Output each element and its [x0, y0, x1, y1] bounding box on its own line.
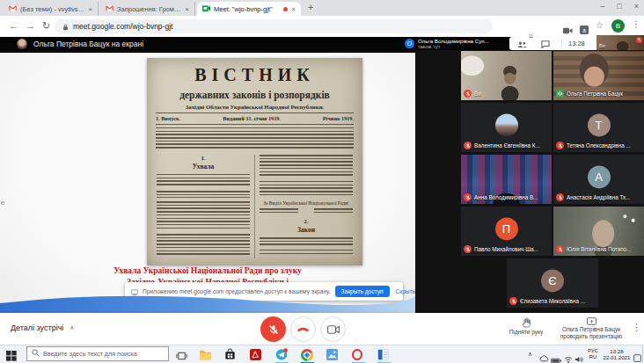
taskbar-search-input[interactable]: Введите здесь текст для поиска [26, 346, 169, 361]
presenter-name: Ольга Петрівна Бацук [562, 326, 620, 332]
mic-toggle-button[interactable] [260, 316, 286, 342]
back-button[interactable]: ← [9, 20, 18, 32]
bookmark-star-icon[interactable]: ☆ [596, 20, 604, 30]
document-caption-line1: Ухвала Української Національної Ради про… [67, 266, 348, 275]
participant-tile-anastasiia[interactable]: А Анастасія Андріївна Тх... [553, 155, 644, 204]
participant-tile-tetiana[interactable]: Т Тетяна Олександрівна ... [553, 103, 644, 152]
chevron-up-icon: ∧ [70, 324, 74, 331]
taskbar-clock[interactable]: 13:28 22.01.2021 [602, 348, 632, 360]
screen: (Без теми) - vvytivska.uk20@k... × Запро… [0, 0, 644, 363]
language-indicator[interactable]: РУС RU [584, 348, 602, 360]
tab-title: Meet: "wjo-bvnp-gjt" [214, 5, 280, 13]
tab-title: Запрошення: Громадянська ос... [117, 5, 181, 13]
network-icon[interactable] [564, 351, 573, 363]
leave-call-button[interactable] [290, 316, 316, 342]
document-text-block [260, 237, 353, 246]
reload-button[interactable]: ↻ [42, 20, 50, 32]
url-field[interactable]: meet.google.com/wjo-bvnp-gjt [55, 19, 493, 33]
hide-notice-link[interactable]: Скрыть [396, 288, 415, 294]
browser-tab-meet-active[interactable]: Meet: "wjo-bvnp-gjt" × [197, 2, 301, 16]
pill-divider [561, 40, 562, 47]
browser-tab-gmail-1[interactable]: (Без теми) - vvytivska.uk20@k... × [4, 2, 99, 16]
window-minimize-button[interactable]: – [600, 2, 604, 11]
task-view-button[interactable] [176, 349, 187, 363]
meet-top-pill: 11 13:28 [509, 37, 608, 50]
document-text-block [260, 181, 353, 197]
toast-name: Ольга Володимирівна Суп... [418, 38, 489, 44]
participant-tile-yelyzaveta[interactable]: Є Єлизавета Миколаївна ... [507, 258, 598, 308]
tab-capture-icon[interactable] [563, 22, 573, 38]
tray-expand-chevron[interactable]: ∧ [528, 351, 532, 358]
telegram-icon[interactable] [275, 348, 288, 363]
camera-icon [327, 325, 340, 334]
file-explorer-icon[interactable] [199, 348, 212, 363]
document-text-block [157, 191, 250, 198]
participant-name: Павло Михайлович Ша... [474, 246, 538, 252]
volume-icon[interactable] [574, 351, 583, 363]
presenting-label: проводить презентацію [560, 333, 622, 339]
participants-panel: Ви Ольга Петрівна Бацук Валентина Євгені… [415, 50, 644, 313]
onedrive-cloud-icon[interactable] [539, 350, 549, 363]
self-view-thumbnail[interactable]: Ви [596, 35, 644, 50]
toast-subtext: також тут [418, 44, 489, 49]
action-center-icon[interactable] [633, 350, 641, 363]
acrobat-icon[interactable] [250, 348, 261, 363]
mic-muted-icon [556, 193, 564, 201]
section-number: 2. [260, 218, 353, 224]
chrome-icon[interactable] [301, 349, 313, 361]
participant-letter-avatar: А [588, 165, 611, 188]
lang-line2: RU [589, 354, 596, 359]
search-icon [32, 349, 40, 359]
more-options-icon[interactable]: ⋮ [632, 322, 641, 333]
recording-dot-icon [283, 7, 288, 11]
forward-button[interactable]: → [26, 20, 35, 32]
participant-tile-anna[interactable]: Анна Володимирівна В... [461, 155, 552, 204]
document-meta-row: 1. Випуск. Виданий 31. січня 1919. Річни… [156, 115, 354, 121]
participants-count-badge: 11 [529, 33, 533, 39]
browser-tab-gmail-2[interactable]: Запрошення: Громадянська ос... × [100, 2, 195, 16]
meeting-details-button[interactable]: Деталі зустрічі ∧ [11, 323, 74, 332]
window-maximize-button[interactable]: □ [617, 2, 621, 11]
presenting-banner-text: Ольга Петрівна Бацук на екрані [33, 40, 143, 48]
battery-icon[interactable] [551, 352, 561, 363]
start-button[interactable] [6, 349, 17, 363]
chat-button[interactable] [541, 36, 550, 52]
window-close-button[interactable]: × [634, 2, 639, 11]
column-divider [254, 155, 255, 258]
presentation-status[interactable]: Ольга Петрівна Бацук проводить презентац… [558, 317, 625, 340]
meet-bottom-bar: Деталі зустрічі ∧ Підняти руку Ольга Пет… [0, 313, 644, 345]
clock-date: 22.01.2021 [604, 354, 631, 360]
opera-icon[interactable] [352, 349, 362, 360]
photos-app-icon[interactable] [326, 348, 338, 363]
meet-header: Ольга Петрівна Бацук на екрані О Ольга В… [0, 37, 644, 50]
published-label: Виданий 31. січня 1919. [223, 115, 281, 121]
tab-close-icon[interactable]: × [88, 5, 92, 13]
raise-hand-button[interactable]: Підняти руку [498, 317, 554, 336]
section-title: Закон [260, 226, 353, 234]
gmail-favicon-icon [9, 5, 17, 13]
microsoft-store-icon[interactable] [224, 348, 236, 363]
participant-tile-valentyna[interactable]: Валентина Євгеніївна К... [461, 103, 552, 152]
svg-text:а: а [582, 27, 586, 33]
raise-hand-label: Підняти руку [509, 329, 543, 335]
participant-name: Єлизавета Миколаївна ... [520, 298, 585, 304]
document-app-icon[interactable] [377, 348, 389, 363]
show-desktop-button[interactable] [642, 345, 643, 363]
document-text-block [157, 234, 250, 257]
mic-muted-icon [636, 37, 642, 43]
browser-tab-strip: (Без теми) - vvytivska.uk20@k... × Запро… [0, 0, 644, 16]
browser-menu-icon[interactable]: ⋮ [632, 19, 640, 29]
new-tab-button[interactable]: + [308, 2, 313, 12]
mic-off-icon [268, 324, 279, 335]
translate-icon[interactable]: а [580, 22, 589, 38]
participant-tile-olga-batsuk[interactable]: Ольга Петрівна Бацук [553, 51, 644, 100]
mic-muted-icon [464, 245, 472, 253]
tab-close-icon[interactable]: × [185, 5, 189, 13]
participant-tile-you[interactable]: Ви [461, 51, 552, 100]
tab-close-icon[interactable]: × [291, 5, 296, 13]
participant-tile-yuliia[interactable]: Юлія Віталіївна Потапо... [553, 207, 644, 256]
participants-button[interactable]: 11 [517, 36, 527, 52]
browser-profile-avatar[interactable]: В [611, 19, 625, 33]
camera-toggle-button[interactable] [320, 316, 346, 342]
participant-tile-pavlo[interactable]: П Павло Михайлович Ша... [461, 207, 552, 256]
